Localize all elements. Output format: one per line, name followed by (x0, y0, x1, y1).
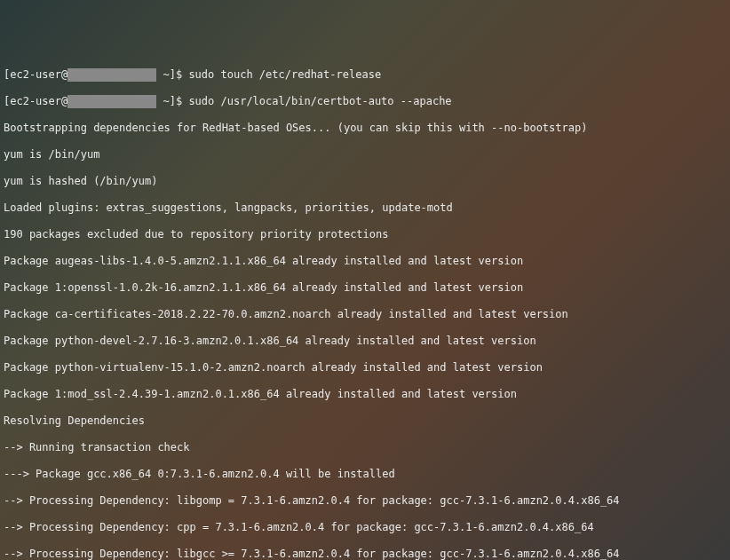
output-line: yum is hashed (/bin/yum) (4, 175, 726, 188)
terminal-window[interactable]: [ec2-user@ ~]$ sudo touch /etc/redhat-re… (0, 53, 730, 560)
output-line: Package 1:mod_ssl-2.4.39-1.amzn2.0.1.x86… (4, 388, 726, 401)
output-line: yum is /bin/yum (4, 148, 726, 162)
prompt-line-2: [ec2-user@ ~]$ sudo /usr/local/bin/certb… (4, 95, 726, 108)
output-line: 190 packages excluded due to repository … (4, 228, 726, 241)
prompt-user: [ec2-user@ (4, 95, 67, 107)
output-line: --> Processing Dependency: libgomp = 7.3… (4, 494, 726, 508)
output-line: Package ca-certificates-2018.2.22-70.0.a… (4, 308, 726, 321)
output-line: Package augeas-libs-1.4.0-5.amzn2.1.1.x8… (4, 255, 726, 268)
prompt-path: ~]$ (156, 95, 188, 107)
output-line: Package python-virtualenv-15.1.0-2.amzn2… (4, 361, 726, 375)
output-line: ---> Package gcc.x86_64 0:7.3.1-6.amzn2.… (4, 468, 726, 481)
command-input[interactable]: sudo /usr/local/bin/certbot-auto --apach… (188, 95, 451, 107)
prompt-user: [ec2-user@ (4, 68, 67, 81)
output-line: --> Running transaction check (4, 441, 726, 454)
output-line: Resolving Dependencies (4, 414, 726, 428)
command-input[interactable]: sudo touch /etc/redhat-release (188, 68, 381, 81)
prompt-path: ~]$ (156, 68, 188, 81)
output-line: --> Processing Dependency: libgcc >= 7.3… (4, 548, 726, 560)
output-line: Package 1:openssl-1.0.2k-16.amzn2.1.1.x8… (4, 281, 726, 295)
prompt-line-1: [ec2-user@ ~]$ sudo touch /etc/redhat-re… (4, 68, 726, 82)
output-line: Bootstrapping dependencies for RedHat-ba… (4, 122, 726, 135)
output-line: Loaded plugins: extras_suggestions, lang… (4, 201, 726, 215)
prompt-host-redacted (67, 68, 156, 82)
prompt-host-redacted (67, 95, 156, 108)
output-line: --> Processing Dependency: cpp = 7.3.1-6… (4, 521, 726, 534)
output-line: Package python-devel-2.7.16-3.amzn2.0.1.… (4, 335, 726, 348)
